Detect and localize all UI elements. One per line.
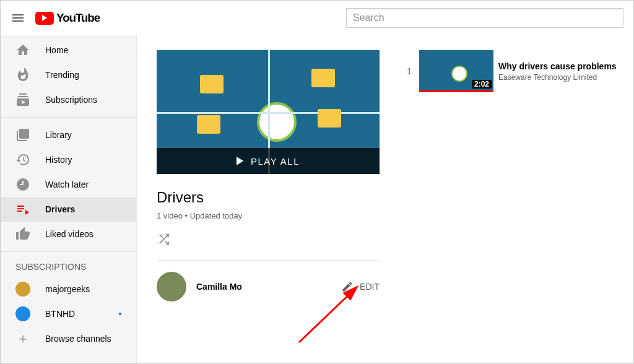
- play-all-label: PLAY ALL: [251, 156, 300, 167]
- duration-badge: 2:02: [472, 80, 492, 89]
- sidebar-heading-subscriptions: Subscriptions: [1, 257, 136, 277]
- menu-icon[interactable]: [11, 11, 25, 25]
- sidebar-item-trending[interactable]: Trending: [1, 63, 136, 87]
- sidebar-divider: [1, 251, 136, 252]
- playlist-hero[interactable]: PLAY ALL: [157, 50, 380, 174]
- content: PLAY ALL Drivers 1 video • Updated today…: [137, 35, 633, 364]
- plus-circle-icon: ＋: [15, 332, 30, 345]
- header: YouTube: [1, 1, 633, 35]
- edit-label: EDIT: [360, 282, 380, 292]
- sidebar-item-library[interactable]: Library: [1, 123, 136, 147]
- sidebar-item-label: BTNHD: [45, 309, 75, 319]
- owner-avatar[interactable]: [157, 272, 186, 301]
- edit-button[interactable]: EDIT: [341, 280, 380, 293]
- sidebar-item-home[interactable]: Home: [1, 38, 136, 63]
- sidebar-item-label: Browse channels: [45, 334, 111, 344]
- sidebar-item-label: Liked videos: [45, 229, 93, 239]
- sidebar-item-history[interactable]: History: [1, 147, 136, 172]
- subscriptions-icon: [15, 92, 30, 107]
- video-list-column: 1 2:02 Why drivers cause problems Easewa…: [380, 50, 633, 364]
- owner-name[interactable]: Camilla Mo: [196, 282, 242, 292]
- sidebar-item-label: Watch later: [45, 180, 89, 189]
- liked-icon: [15, 227, 30, 241]
- sidebar-item-label: majorgeeks: [45, 284, 90, 294]
- channel-avatar: [15, 282, 30, 297]
- trending-icon: [15, 67, 30, 82]
- sidebar-browse-channels[interactable]: ＋ Browse channels: [1, 326, 136, 351]
- pencil-icon: [341, 280, 354, 293]
- sidebar-sub-majorgeeks[interactable]: majorgeeks: [1, 277, 136, 301]
- history-icon: [15, 152, 30, 167]
- video-meta: Why drivers cause problems Easeware Tech…: [498, 61, 633, 82]
- sidebar: Home Trending Subscriptions Library Hist…: [1, 35, 137, 364]
- video-thumbnail[interactable]: 2:02: [419, 50, 493, 92]
- shuffle-icon[interactable]: [157, 232, 172, 246]
- sidebar-item-watch-later[interactable]: Watch later: [1, 172, 136, 197]
- sidebar-item-label: Subscriptions: [45, 95, 97, 105]
- sidebar-item-label: Drivers: [45, 204, 75, 214]
- layout: Home Trending Subscriptions Library Hist…: [1, 35, 633, 364]
- play-all-overlay[interactable]: PLAY ALL: [157, 148, 380, 174]
- sidebar-divider: [1, 117, 136, 118]
- playlist-meta: 1 video • Updated today: [157, 211, 380, 220]
- sidebar-item-drivers[interactable]: Drivers: [1, 197, 136, 222]
- sidebar-item-label: Library: [45, 130, 72, 140]
- youtube-play-icon: [35, 12, 54, 25]
- search-input[interactable]: [346, 8, 623, 28]
- playlist-column: PLAY ALL Drivers 1 video • Updated today…: [157, 50, 380, 364]
- library-icon: [15, 128, 30, 142]
- item-index: 1: [404, 66, 414, 76]
- sidebar-item-label: History: [45, 155, 72, 165]
- play-icon: [237, 157, 243, 165]
- channel-avatar: [15, 306, 30, 321]
- playlist-owner-row: Camilla Mo EDIT: [157, 261, 380, 301]
- watchlater-icon: [15, 177, 30, 192]
- youtube-logo-text: YouTube: [56, 11, 100, 25]
- home-icon: [15, 43, 30, 58]
- search-wrap: [346, 8, 623, 28]
- youtube-logo[interactable]: YouTube: [35, 11, 100, 25]
- playlist-icon: [15, 202, 30, 217]
- sidebar-item-subscriptions[interactable]: Subscriptions: [1, 87, 136, 112]
- sidebar-item-label: Home: [45, 45, 68, 55]
- sidebar-sub-btnhd[interactable]: BTNHD: [1, 301, 136, 326]
- video-title[interactable]: Why drivers cause problems: [498, 61, 633, 72]
- new-indicator-dot: [119, 313, 121, 315]
- sidebar-item-liked[interactable]: Liked videos: [1, 222, 136, 246]
- playlist-title: Drivers: [157, 189, 380, 206]
- video-channel[interactable]: Easeware Technology Limited: [498, 73, 633, 82]
- list-item[interactable]: 1 2:02 Why drivers cause problems Easewa…: [404, 50, 633, 92]
- sidebar-item-label: Trending: [45, 70, 79, 80]
